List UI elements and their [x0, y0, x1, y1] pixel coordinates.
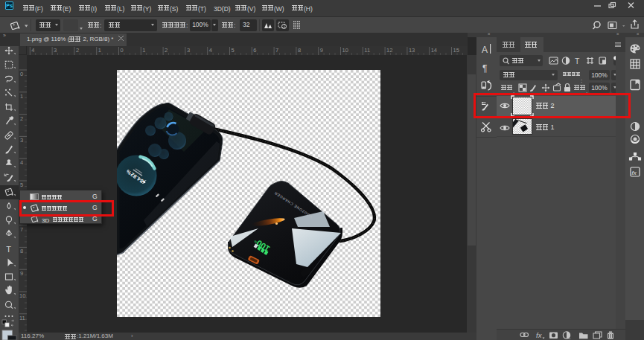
svg-text:11: 11	[364, 47, 370, 54]
svg-text:¶: ¶	[482, 63, 487, 74]
svg-text:1: 1	[98, 47, 101, 54]
svg-text:fx: fx	[632, 170, 637, 176]
svg-text:7: 7	[20, 226, 23, 233]
svg-text:2: 2	[20, 115, 23, 122]
svg-text:9: 9	[320, 47, 323, 54]
svg-text:10: 10	[19, 292, 25, 299]
svg-text:0: 0	[121, 47, 124, 54]
svg-text:fx: fx	[536, 331, 543, 339]
svg-text:10: 10	[342, 47, 348, 54]
svg-text:9: 9	[20, 270, 23, 277]
svg-text:15: 15	[453, 47, 459, 54]
svg-text:A: A	[482, 45, 488, 55]
svg-text:4: 4	[20, 159, 23, 166]
svg-text:13: 13	[409, 47, 415, 54]
svg-text:3: 3	[187, 47, 190, 54]
svg-text:4: 4	[209, 47, 212, 54]
svg-text:14: 14	[431, 47, 437, 54]
svg-text:11: 11	[19, 315, 25, 321]
svg-text:12: 12	[386, 47, 392, 54]
svg-text:T: T	[6, 245, 11, 254]
svg-text:3: 3	[20, 137, 23, 144]
svg-text:5: 5	[20, 182, 23, 188]
svg-text:8: 8	[20, 248, 23, 254]
svg-text:7: 7	[275, 47, 278, 54]
svg-text:6: 6	[253, 47, 256, 54]
svg-text:5: 5	[232, 47, 235, 54]
svg-text:3: 3	[54, 47, 57, 54]
svg-text:1: 1	[20, 93, 23, 100]
svg-text:8: 8	[298, 47, 301, 54]
svg-text:2: 2	[76, 47, 79, 54]
svg-text:T: T	[575, 57, 580, 65]
svg-text:1: 1	[142, 47, 145, 54]
svg-text:4: 4	[31, 47, 34, 54]
svg-text:2: 2	[165, 47, 168, 54]
svg-text:0: 0	[20, 71, 23, 77]
